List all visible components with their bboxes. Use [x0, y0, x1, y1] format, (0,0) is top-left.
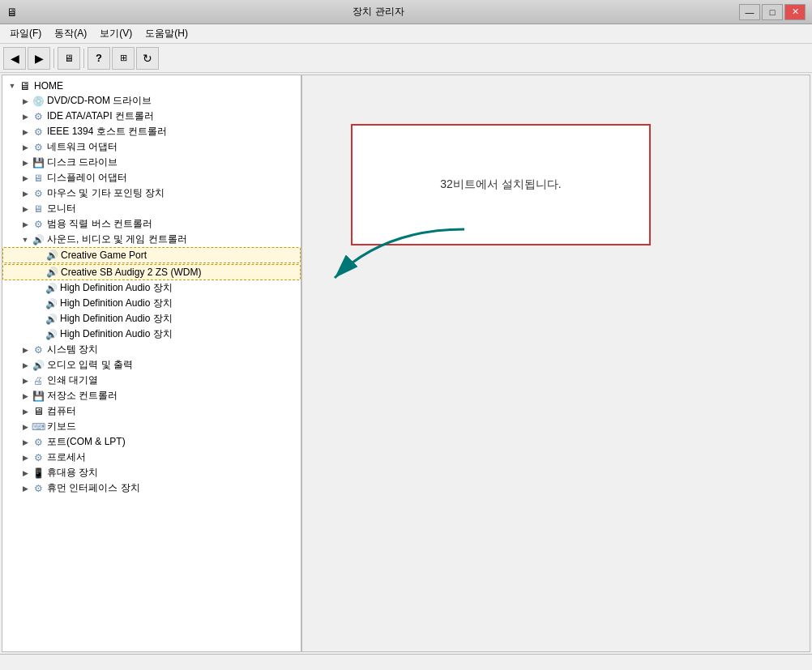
printer-expander[interactable]: ▶	[19, 374, 32, 387]
menu-action[interactable]: 동작(A)	[48, 25, 93, 42]
game-port-label: Creative Game Port	[61, 250, 147, 261]
close-button[interactable]: ✕	[784, 4, 806, 20]
monitor-icon: 🖥	[32, 203, 45, 216]
tree-item-hda3[interactable]: 🔊 High Definition Audio 장치	[2, 311, 301, 326]
ieee-expander[interactable]: ▶	[19, 126, 32, 139]
tree-item-mobile[interactable]: ▶ 📱 휴대용 장치	[2, 465, 301, 480]
tree-item-disk[interactable]: ▶ 💾 디스크 드라이브	[2, 155, 301, 170]
tree-item-audio-io[interactable]: ▶ 🔊 오디오 입력 및 출력	[2, 357, 301, 373]
ports-expander[interactable]: ▶	[19, 436, 32, 449]
toolbar: ◀ ▶ 🖥 ? ⊞ ↻	[0, 44, 812, 73]
hda2-label: High Definition Audio 장치	[60, 297, 173, 310]
tree-item-sound[interactable]: ▼ 🔊 사운드, 비디오 및 게임 컨트롤러	[2, 232, 301, 247]
tree-item-hda4[interactable]: 🔊 High Definition Audio 장치	[2, 326, 301, 342]
menu-view[interactable]: 보기(V)	[93, 25, 139, 42]
titlebar-icon: 🖥	[6, 6, 18, 19]
keyboard-label: 키보드	[47, 420, 76, 433]
human-icon: ⚙	[32, 482, 45, 495]
network-icon: ⚙	[32, 141, 45, 154]
audio-io-icon: 🔊	[32, 359, 45, 372]
hda3-expander	[32, 313, 45, 326]
hda2-icon: 🔊	[45, 297, 58, 310]
storage-expander[interactable]: ▶	[19, 390, 32, 403]
tree-item-ports[interactable]: ▶ ⚙ 포트(COM & LPT)	[2, 434, 301, 450]
dvd-expander[interactable]: ▶	[19, 95, 32, 108]
system-label: 시스템 장치	[47, 343, 98, 356]
hda1-label: High Definition Audio 장치	[60, 281, 173, 295]
ide-expander[interactable]: ▶	[19, 110, 32, 123]
tree-item-ieee[interactable]: ▶ ⚙ IEEE 1394 호스트 컨트롤러	[2, 124, 301, 139]
tree-item-hda2[interactable]: 🔊 High Definition Audio 장치	[2, 296, 301, 311]
tree-item-dvd[interactable]: ▶ 💿 DVD/CD-ROM 드라이브	[2, 93, 301, 109]
maximize-button[interactable]: □	[762, 4, 783, 20]
mobile-expander[interactable]: ▶	[19, 467, 32, 480]
network-expander[interactable]: ▶	[19, 141, 32, 154]
back-button[interactable]: ◀	[3, 47, 26, 70]
audigy-label: Creative SB Audigy 2 ZS (WDM)	[61, 267, 201, 278]
sound-icon: 🔊	[32, 233, 45, 246]
sound-label: 사운드, 비디오 및 게임 컨트롤러	[47, 233, 187, 246]
ide-icon: ⚙	[32, 110, 45, 123]
storage-label: 저장소 컨트롤러	[47, 389, 118, 403]
computer-icon: 🖥	[19, 79, 32, 92]
tree-item-human[interactable]: ▶ ⚙ 휴먼 인터페이스 장치	[2, 480, 301, 496]
sound-expander[interactable]: ▼	[19, 233, 32, 246]
toolbar-separator-1	[53, 49, 54, 68]
main-content: ▼ 🖥 HOME ▶ 💿 DVD/CD-ROM 드라이브 ▶ ⚙ IDE ATA…	[2, 75, 810, 652]
keyboard-expander[interactable]: ▶	[19, 420, 32, 433]
tree-item-game-port[interactable]: 🔊 Creative Game Port	[2, 247, 301, 263]
hda4-expander	[32, 328, 45, 341]
help-button[interactable]: ?	[88, 47, 110, 70]
tree-item-hda1[interactable]: 🔊 High Definition Audio 장치	[2, 280, 301, 296]
menu-help[interactable]: 도움말(H)	[139, 25, 194, 42]
root-expander[interactable]: ▼	[6, 79, 19, 92]
tree-item-bus[interactable]: ▶ ⚙ 범용 직렬 버스 컨트롤러	[2, 216, 301, 232]
menu-file[interactable]: 파일(F)	[3, 25, 48, 42]
tree-item-computer[interactable]: ▶ 🖥 컴퓨터	[2, 403, 301, 419]
bus-icon: ⚙	[32, 218, 45, 231]
device-tree[interactable]: ▼ 🖥 HOME ▶ 💿 DVD/CD-ROM 드라이브 ▶ ⚙ IDE ATA…	[2, 75, 302, 651]
mobile-icon: 📱	[32, 467, 45, 480]
tree-item-keyboard[interactable]: ▶ ⌨ 키보드	[2, 419, 301, 434]
tree-root[interactable]: ▼ 🖥 HOME	[2, 79, 301, 93]
info-box-text: 32비트에서 설치됩니다.	[440, 177, 561, 192]
mouse-expander[interactable]: ▶	[19, 187, 32, 200]
system-expander[interactable]: ▶	[19, 344, 32, 356]
monitor-label: 모니터	[47, 202, 76, 216]
tree-item-monitor[interactable]: ▶ 🖥 모니터	[2, 201, 301, 216]
audio-io-expander[interactable]: ▶	[19, 359, 32, 372]
tree-item-processor[interactable]: ▶ ⚙ 프로세서	[2, 450, 301, 465]
right-panel: 32비트에서 설치됩니다.	[302, 75, 810, 651]
dvd-label: DVD/CD-ROM 드라이브	[47, 94, 152, 108]
network-label: 네트워크 어댑터	[47, 140, 118, 154]
titlebar: 🖥 장치 관리자 — □ ✕	[0, 0, 812, 24]
forward-button[interactable]: ▶	[28, 47, 50, 70]
info-box: 32비트에서 설치됩니다.	[351, 124, 651, 245]
hda2-expander	[32, 297, 45, 310]
computer-node-icon: 🖥	[32, 405, 45, 418]
ieee-icon: ⚙	[32, 126, 45, 139]
tree-item-display[interactable]: ▶ 🖥 디스플레이 어댑터	[2, 170, 301, 186]
tree-item-network[interactable]: ▶ ⚙ 네트워크 어댑터	[2, 139, 301, 155]
tree-item-system[interactable]: ▶ ⚙ 시스템 장치	[2, 342, 301, 357]
hda4-label: High Definition Audio 장치	[60, 327, 173, 341]
system-icon: ⚙	[32, 344, 45, 356]
tree-item-audigy[interactable]: 🔊 Creative SB Audigy 2 ZS (WDM)	[2, 264, 301, 280]
disk-expander[interactable]: ▶	[19, 156, 32, 169]
tree-item-ide[interactable]: ▶ ⚙ IDE ATA/ATAPI 컨트롤러	[2, 109, 301, 124]
human-expander[interactable]: ▶	[19, 482, 32, 495]
tree-item-storage[interactable]: ▶ 💾 저장소 컨트롤러	[2, 388, 301, 403]
grid-button[interactable]: ⊞	[112, 47, 135, 70]
monitor-expander[interactable]: ▶	[19, 203, 32, 216]
processor-expander[interactable]: ▶	[19, 451, 32, 464]
tree-item-mouse[interactable]: ▶ ⚙ 마우스 및 기타 포인팅 장치	[2, 186, 301, 201]
refresh-button[interactable]: ↻	[136, 47, 159, 70]
root-label: HOME	[34, 80, 63, 92]
minimize-button[interactable]: —	[739, 4, 760, 20]
display-expander[interactable]: ▶	[19, 172, 32, 185]
tree-item-printer[interactable]: ▶ 🖨 인쇄 대기열	[2, 373, 301, 388]
bus-expander[interactable]: ▶	[19, 218, 32, 231]
disk-icon: 💾	[32, 156, 45, 169]
computer-expander[interactable]: ▶	[19, 405, 32, 418]
computer-button[interactable]: 🖥	[58, 47, 80, 70]
